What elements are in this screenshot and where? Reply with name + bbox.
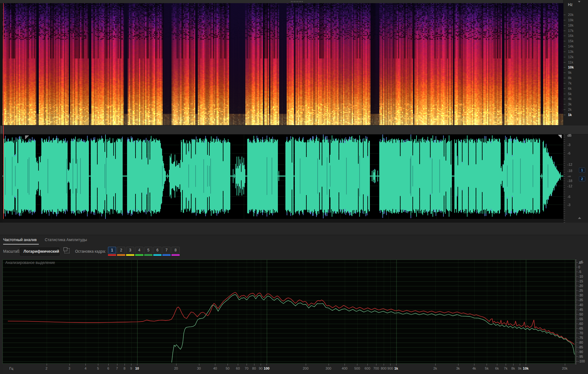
db-axis-tick — [575, 349, 576, 349]
db-axis-tick — [575, 287, 576, 287]
hz-tick — [564, 104, 565, 104]
panel-drag-handle[interactable] — [291, 1, 304, 2]
waveform-display[interactable] — [3, 134, 563, 219]
hold-frame-color-bar — [135, 254, 143, 256]
freq-axis-label: 500 — [354, 366, 360, 370]
hold-frame-button-3[interactable]: 3 — [126, 247, 134, 254]
db-axis-tick — [575, 285, 576, 285]
db-axis-tick — [575, 357, 576, 358]
hz-tick — [564, 41, 565, 41]
hold-frame-button-6[interactable]: 6 — [153, 247, 161, 254]
freq-axis-label: 90 — [259, 366, 263, 370]
freq-axis-label: 40 — [213, 366, 217, 370]
copy-frames-icon[interactable] — [64, 248, 69, 253]
channel-badge-1[interactable]: 1 — [579, 168, 585, 173]
freq-axis-label: 300 — [325, 366, 331, 370]
amplitude-scale-ticks — [564, 134, 565, 223]
db-axis-tick — [575, 305, 578, 305]
db-axis-tick — [575, 267, 578, 267]
amplitude-scale-label: -3 — [567, 203, 570, 207]
hz-tick-label: 3k — [568, 102, 572, 106]
freq-axis-tick — [376, 364, 376, 366]
spectrogram-display[interactable] — [3, 3, 563, 125]
scroll-up-icon[interactable] — [578, 217, 581, 219]
playhead-waveform[interactable] — [3, 134, 4, 219]
panel-grip-icon[interactable] — [1, 126, 3, 133]
scale-dropdown[interactable]: Логарифмический ⌄ — [20, 248, 59, 255]
freq-axis-label: 1k — [394, 366, 398, 370]
panel-menu-icon[interactable]: ≡ — [34, 238, 39, 242]
hold-frame-color-bar — [144, 254, 152, 256]
channel-badge-2[interactable]: 2 — [579, 176, 585, 181]
audio-editor-window: Hz 20k19k18k17k16k15k14k13k12k11k10k9k8k… — [0, 0, 588, 374]
tab-frequency-analysis[interactable]: Частотный анализ — [3, 238, 37, 242]
freq-axis-tick — [357, 364, 357, 366]
db-axis-tick — [575, 260, 576, 261]
hold-frame-color-bar — [171, 254, 180, 256]
hold-frame-button-8[interactable]: 8 — [171, 247, 180, 254]
frequency-axis: Гц 2345678910203040506070809010020030040… — [3, 364, 575, 374]
db-axis-tick — [575, 295, 578, 296]
tab-amplitude-statistics[interactable]: Статистика Амплитуды — [45, 238, 87, 242]
db-axis-tick — [575, 346, 576, 346]
hz-tick-label: 9k — [568, 71, 572, 74]
freq-axis-tick — [513, 364, 514, 366]
db-axis-tick — [575, 352, 578, 352]
selection-corner-handle[interactable] — [25, 135, 29, 139]
freq-axis-label: 30 — [197, 366, 201, 370]
hold-frame-button-7[interactable]: 7 — [162, 247, 171, 254]
db-axis-tick — [575, 340, 576, 340]
db-axis-tick — [575, 302, 576, 302]
hz-tick-label: 7k — [568, 81, 572, 85]
db-axis-tick — [575, 270, 576, 270]
amplitude-scale[interactable]: dB-3-6-12-18-∞-18-12-6-312 — [563, 134, 588, 223]
hz-tick — [564, 83, 565, 83]
hold-frame-buttons: 12345678 — [108, 247, 180, 256]
hz-tick — [564, 25, 565, 26]
panel-tabs: Частотный анализ ≡ Статистика Амплитуды — [0, 235, 588, 245]
db-axis-tick — [575, 362, 576, 362]
db-axis-tick — [575, 307, 576, 307]
db-axis-tick — [575, 335, 576, 335]
freq-axis-tick — [247, 364, 247, 366]
hz-tick — [564, 62, 565, 63]
scale-menu-caret-icon[interactable] — [578, 1, 580, 3]
frequency-axis-unit: Гц — [9, 366, 13, 370]
amplitude-scale-label: -6 — [567, 195, 570, 199]
frequency-analysis-controls: Масштаб: Логарифмический ⌄ Остановка кад… — [0, 245, 588, 260]
hold-frame-button-5[interactable]: 5 — [144, 247, 152, 254]
playhead-spectrogram[interactable] — [3, 3, 4, 125]
hz-tick — [564, 73, 565, 73]
db-axis-tick — [575, 268, 576, 268]
scale-label: Масштаб: — [3, 249, 20, 254]
selection-corner-handle-right[interactable] — [558, 135, 562, 139]
hz-tick — [564, 94, 565, 94]
freq-axis-tick — [458, 364, 458, 366]
playhead-ruler-marker[interactable] — [3, 125, 4, 134]
db-axis-label: -100 — [578, 359, 585, 363]
db-axis-tick — [575, 309, 576, 309]
db-axis-tick — [575, 328, 578, 329]
freq-axis-tick — [487, 364, 487, 366]
db-axis-tick — [575, 291, 576, 292]
freq-axis-label: 70 — [245, 366, 248, 370]
db-axis-tick — [575, 291, 578, 291]
hz-tick-label: 2k — [568, 108, 572, 111]
hold-frame-button-1[interactable]: 1 — [108, 247, 116, 254]
db-axis-tick — [575, 310, 578, 310]
hz-tick — [564, 31, 565, 31]
freq-axis-label: 50 — [226, 366, 229, 370]
hold-frame-button-4[interactable]: 4 — [135, 247, 143, 254]
frequency-analysis-plot[interactable]: Анализированое выделение — [3, 260, 575, 364]
db-axis-tick — [575, 301, 576, 301]
freq-axis-tick — [396, 364, 396, 366]
hold-frame-color-bar — [162, 254, 171, 256]
freq-axis-tick — [526, 364, 526, 366]
freq-axis-tick — [267, 364, 267, 366]
hold-frame-button-2[interactable]: 2 — [117, 247, 125, 254]
hold-frame-color-bar — [153, 254, 161, 256]
waveform-left-gutter — [0, 134, 3, 223]
hz-tick-label: 17k — [568, 29, 574, 33]
frequency-scale[interactable]: Hz 20k19k18k17k16k15k14k13k12k11k10k9k8k… — [563, 0, 588, 125]
db-axis-tick — [575, 304, 576, 304]
